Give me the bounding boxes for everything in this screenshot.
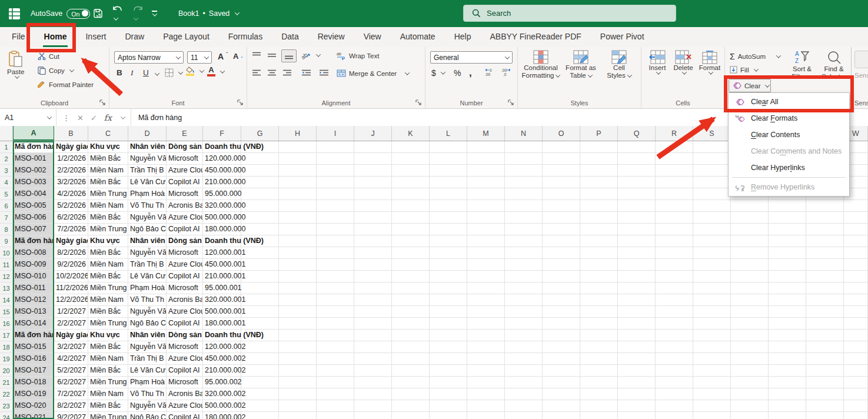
cell-b22[interactable]: 7/2/2027: [54, 388, 88, 400]
cell-m16[interactable]: [467, 318, 505, 330]
cell-l17[interactable]: [430, 330, 467, 341]
align-bottom-button[interactable]: [281, 49, 297, 62]
cell-h13[interactable]: [279, 282, 317, 294]
cell-d13[interactable]: Phạm Hoà: [128, 282, 167, 294]
cell-f10[interactable]: 120.000.001: [203, 247, 241, 259]
cell-u24[interactable]: [769, 412, 806, 419]
cell-n13[interactable]: [505, 282, 543, 294]
cell-k16[interactable]: [392, 318, 430, 330]
cell-p1[interactable]: [580, 141, 618, 153]
cell-d6[interactable]: Võ Thu Th: [128, 200, 167, 212]
cell-j23[interactable]: [354, 400, 392, 412]
align-center-button[interactable]: [267, 69, 277, 77]
undo-button[interactable]: [112, 5, 124, 22]
cell-l10[interactable]: [430, 247, 467, 259]
cell-q24[interactable]: [618, 412, 656, 419]
cell-a5[interactable]: MSO-004: [13, 188, 54, 200]
cell-v9[interactable]: [806, 235, 844, 247]
cell-u11[interactable]: [769, 259, 806, 271]
cell-h19[interactable]: [279, 353, 317, 365]
cell-w20[interactable]: [844, 365, 868, 377]
cell-m19[interactable]: [467, 353, 505, 365]
cell-e9[interactable]: Dòng sản: [167, 235, 203, 247]
cell-r13[interactable]: [656, 282, 693, 294]
cell-r19[interactable]: [656, 353, 693, 365]
cell-w6[interactable]: [844, 200, 868, 212]
cell-k21[interactable]: [392, 377, 430, 388]
cell-k6[interactable]: [392, 200, 430, 212]
sort-filter-button[interactable]: AZ Sort &Filter: [789, 50, 816, 81]
cell-c21[interactable]: Miền Trung: [88, 377, 128, 388]
cell-s15[interactable]: [693, 306, 731, 318]
cell-t8[interactable]: [731, 224, 769, 235]
cell-s9[interactable]: [693, 235, 731, 247]
cell-d22[interactable]: Võ Thu Th: [128, 388, 167, 400]
column-header-c[interactable]: C: [88, 126, 128, 141]
cell-r18[interactable]: [656, 341, 693, 353]
cell-v21[interactable]: [806, 377, 844, 388]
cell-j9[interactable]: [354, 235, 392, 247]
cell-u17[interactable]: [769, 330, 806, 341]
cell-g2[interactable]: [241, 153, 279, 165]
save-icon[interactable]: [93, 8, 104, 19]
cell-b10[interactable]: 8/2/2026: [54, 247, 88, 259]
cell-g11[interactable]: [241, 259, 279, 271]
cell-e14[interactable]: Acronis Ba: [167, 294, 203, 306]
cell-u22[interactable]: [769, 388, 806, 400]
orientation-button[interactable]: ab: [301, 51, 320, 59]
cell-p7[interactable]: [580, 212, 618, 224]
cell-d18[interactable]: Nguyễn Vă: [128, 341, 167, 353]
cell-e20[interactable]: Copilot AI: [167, 365, 203, 377]
cell-o13[interactable]: [543, 282, 580, 294]
autosave-control[interactable]: AutoSave On: [31, 0, 90, 27]
cell-h21[interactable]: [279, 377, 317, 388]
cell-w14[interactable]: [844, 294, 868, 306]
currency-button[interactable]: $: [431, 68, 445, 78]
cell-k2[interactable]: [392, 153, 430, 165]
cell-r5[interactable]: [656, 188, 693, 200]
column-header-s[interactable]: S: [693, 126, 731, 141]
cell-i22[interactable]: [317, 388, 354, 400]
cell-w21[interactable]: [844, 377, 868, 388]
cell-p24[interactable]: [580, 412, 618, 419]
cell-f4[interactable]: 210.000.000: [203, 177, 241, 188]
cell-u23[interactable]: [769, 400, 806, 412]
column-header-d[interactable]: D: [128, 126, 167, 141]
cell-b5[interactable]: 4/2/2026: [54, 188, 88, 200]
cell-j17[interactable]: [354, 330, 392, 341]
cell-a3[interactable]: MSO-002: [13, 165, 54, 177]
cell-q19[interactable]: [618, 353, 656, 365]
cell-g14[interactable]: [241, 294, 279, 306]
cell-i19[interactable]: [317, 353, 354, 365]
cell-h4[interactable]: [279, 177, 317, 188]
cell-n10[interactable]: [505, 247, 543, 259]
cell-m3[interactable]: [467, 165, 505, 177]
cell-c15[interactable]: Miền Bắc: [88, 306, 128, 318]
cell-w13[interactable]: [844, 282, 868, 294]
cell-n15[interactable]: [505, 306, 543, 318]
cell-n2[interactable]: [505, 153, 543, 165]
cell-t24[interactable]: [731, 412, 769, 419]
cell-j1[interactable]: [354, 141, 392, 153]
column-header-a[interactable]: A: [13, 126, 54, 141]
merge-center-button[interactable]: Merge & Center: [337, 69, 409, 77]
column-header-l[interactable]: L: [430, 126, 467, 141]
increase-font-size-button[interactable]: Aˆ: [218, 52, 228, 61]
cell-q21[interactable]: [618, 377, 656, 388]
cell-i2[interactable]: [317, 153, 354, 165]
cell-v14[interactable]: [806, 294, 844, 306]
comma-button[interactable]: ,: [469, 67, 472, 79]
cell-g20[interactable]: [241, 365, 279, 377]
cell-s16[interactable]: [693, 318, 731, 330]
cell-k12[interactable]: [392, 271, 430, 282]
cell-h14[interactable]: [279, 294, 317, 306]
cell-t10[interactable]: [731, 247, 769, 259]
cell-e8[interactable]: Copilot AI: [167, 224, 203, 235]
cell-c11[interactable]: Miền Nam: [88, 259, 128, 271]
cell-i21[interactable]: [317, 377, 354, 388]
cell-v18[interactable]: [806, 341, 844, 353]
cell-k23[interactable]: [392, 400, 430, 412]
cut-button[interactable]: Cut: [38, 52, 59, 60]
cell-o8[interactable]: [543, 224, 580, 235]
cell-q13[interactable]: [618, 282, 656, 294]
